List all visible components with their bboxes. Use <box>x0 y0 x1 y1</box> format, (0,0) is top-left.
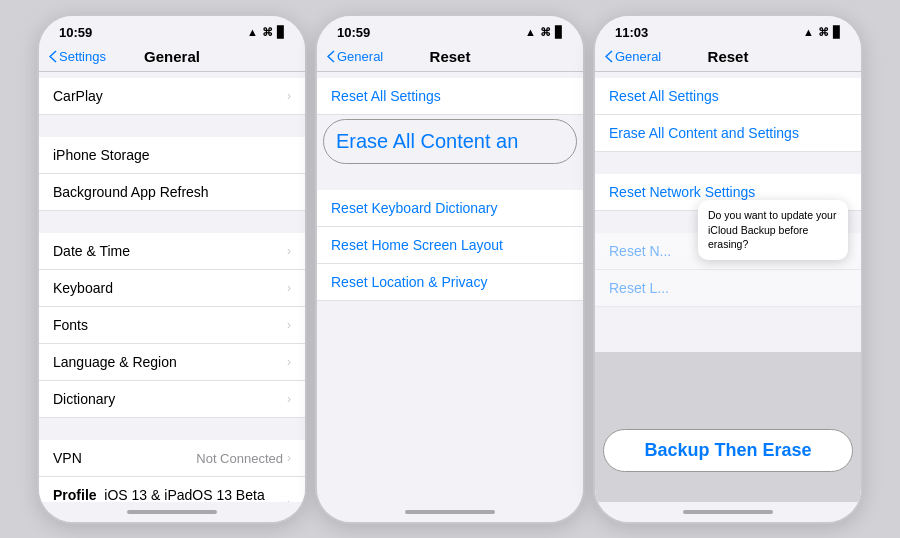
battery-icon-2: ▊ <box>555 26 563 39</box>
home-indicator-2 <box>317 502 583 522</box>
status-bar-2: 10:59 ▲ ⌘ ▊ <box>317 16 583 44</box>
status-bar-1: 10:59 ▲ ⌘ ▊ <box>39 16 305 44</box>
back-label-3: General <box>615 49 661 64</box>
back-label-2: General <box>337 49 383 64</box>
time-2: 10:59 <box>337 25 370 40</box>
signal-icon-2: ▲ <box>525 26 536 38</box>
list-item-carplay[interactable]: CarPlay › <box>39 78 305 115</box>
tooltip-text: Do you want to update your iCloud Backup… <box>708 209 836 250</box>
dim-overlay <box>595 352 861 502</box>
time-1: 10:59 <box>59 25 92 40</box>
language-label: Language & Region <box>53 354 177 370</box>
fonts-label: Fonts <box>53 317 88 333</box>
p3-resetn-label: Reset N... <box>609 243 671 259</box>
back-label-1: Settings <box>59 49 106 64</box>
status-icons-1: ▲ ⌘ ▊ <box>247 26 285 39</box>
signal-icon-3: ▲ <box>803 26 814 38</box>
reset-homescreen-label: Reset Home Screen Layout <box>331 237 503 253</box>
background-label: Background App Refresh <box>53 184 209 200</box>
list-item-reset-keyboard[interactable]: Reset Keyboard Dictionary <box>317 190 583 227</box>
list-item-background[interactable]: Background App Refresh <box>39 174 305 211</box>
back-button-1[interactable]: Settings <box>49 49 106 64</box>
chevron-vpn: › <box>287 451 291 465</box>
home-indicator-3 <box>595 502 861 522</box>
reset-all-label: Reset All Settings <box>331 88 441 104</box>
profile-label: Profile iOS 13 & iPadOS 13 Beta Software… <box>53 487 287 502</box>
keyboard-label: Keyboard <box>53 280 113 296</box>
list-item-datetime[interactable]: Date & Time › <box>39 233 305 270</box>
list-item-profile[interactable]: Profile iOS 13 & iPadOS 13 Beta Software… <box>39 477 305 502</box>
nav-title-2: Reset <box>430 48 471 65</box>
reset-location-label: Reset Location & Privacy <box>331 274 487 290</box>
status-icons-2: ▲ ⌘ ▊ <box>525 26 563 39</box>
list-item-p3-reset-all[interactable]: Reset All Settings <box>595 78 861 115</box>
wifi-icon-3: ⌘ <box>818 26 829 39</box>
list-item-fonts[interactable]: Fonts › <box>39 307 305 344</box>
tooltip-popup: Do you want to update your iCloud Backup… <box>698 200 848 260</box>
home-bar-1 <box>127 510 217 514</box>
list-item-vpn[interactable]: VPN Not Connected › <box>39 440 305 477</box>
status-bar-3: 11:03 ▲ ⌘ ▊ <box>595 16 861 44</box>
reset-keyboard-label: Reset Keyboard Dictionary <box>331 200 498 216</box>
vpn-value: Not Connected <box>196 451 283 466</box>
wifi-icon: ⌘ <box>262 26 273 39</box>
nav-bar-3: General Reset <box>595 44 861 72</box>
list-item-p3-erase[interactable]: Erase All Content and Settings <box>595 115 861 152</box>
phone-1: 10:59 ▲ ⌘ ▊ Settings General CarPlay › i… <box>37 14 307 524</box>
backup-callout-text: Backup Then Erase <box>620 440 836 461</box>
carplay-label: CarPlay <box>53 88 103 104</box>
p3-resetl-label: Reset L... <box>609 280 669 296</box>
chevron-fonts: › <box>287 318 291 332</box>
back-button-3[interactable]: General <box>605 49 661 64</box>
storage-label: iPhone Storage <box>53 147 150 163</box>
wifi-icon-2: ⌘ <box>540 26 551 39</box>
content-2: Reset All Settings Erase All Content an … <box>317 72 583 502</box>
home-bar-3 <box>683 510 773 514</box>
chevron-carplay: › <box>287 89 291 103</box>
signal-icon: ▲ <box>247 26 258 38</box>
backup-callout: Backup Then Erase <box>603 429 853 472</box>
backup-callout-box: Backup Then Erase <box>603 429 853 472</box>
home-bar-2 <box>405 510 495 514</box>
chevron-language: › <box>287 355 291 369</box>
list-item-iphone-storage[interactable]: iPhone Storage <box>39 137 305 174</box>
erase-callout-container: Erase All Content an <box>317 119 583 164</box>
vpn-right: Not Connected › <box>196 451 291 466</box>
datetime-label: Date & Time <box>53 243 130 259</box>
chevron-datetime: › <box>287 244 291 258</box>
list-item-reset-homescreen[interactable]: Reset Home Screen Layout <box>317 227 583 264</box>
battery-icon-3: ▊ <box>833 26 841 39</box>
battery-icon: ▊ <box>277 26 285 39</box>
chevron-dictionary: › <box>287 392 291 406</box>
status-icons-3: ▲ ⌘ ▊ <box>803 26 841 39</box>
content-3: Reset All Settings Erase All Content and… <box>595 72 861 502</box>
nav-bar-2: General Reset <box>317 44 583 72</box>
dictionary-label: Dictionary <box>53 391 115 407</box>
phone-2: 10:59 ▲ ⌘ ▊ General Reset Reset All Sett… <box>315 14 585 524</box>
nav-title-3: Reset <box>708 48 749 65</box>
chevron-keyboard: › <box>287 281 291 295</box>
list-item-language[interactable]: Language & Region › <box>39 344 305 381</box>
time-3: 11:03 <box>615 25 648 40</box>
chevron-profile: › <box>287 496 291 502</box>
nav-title-1: General <box>144 48 200 65</box>
list-item-dictionary[interactable]: Dictionary › <box>39 381 305 418</box>
content-1: CarPlay › iPhone Storage Background App … <box>39 72 305 502</box>
list-item-reset-all[interactable]: Reset All Settings <box>317 78 583 115</box>
p3-reset-all-label: Reset All Settings <box>609 88 719 104</box>
nav-bar-1: Settings General <box>39 44 305 72</box>
list-item-keyboard[interactable]: Keyboard › <box>39 270 305 307</box>
back-button-2[interactable]: General <box>327 49 383 64</box>
list-item-reset-location[interactable]: Reset Location & Privacy <box>317 264 583 301</box>
home-indicator-1 <box>39 502 305 522</box>
erase-callout-text: Erase All Content an <box>336 130 564 153</box>
list-item-p3-reset-l[interactable]: Reset L... <box>595 270 861 307</box>
p3-erase-label: Erase All Content and Settings <box>609 125 799 141</box>
vpn-label: VPN <box>53 450 82 466</box>
erase-callout-box: Erase All Content an <box>323 119 577 164</box>
phone-3: 11:03 ▲ ⌘ ▊ General Reset Reset All Sett… <box>593 14 863 524</box>
p3-network-label: Reset Network Settings <box>609 184 755 200</box>
